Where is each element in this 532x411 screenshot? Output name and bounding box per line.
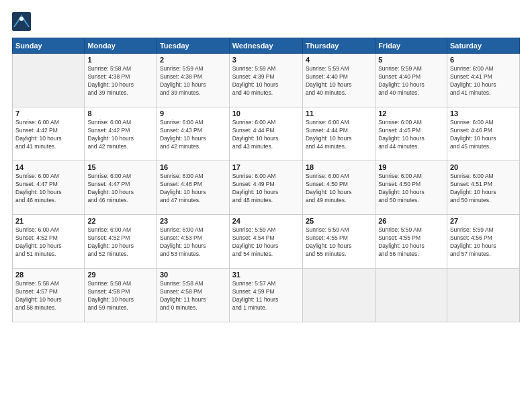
day-number: 15 (87, 163, 154, 171)
day-number: 18 (306, 163, 372, 171)
day-number: 6 (450, 56, 517, 64)
day-info: Sunrise: 6:00 AM Sunset: 4:47 PM Dayligh… (15, 173, 81, 205)
logo (12, 12, 34, 31)
day-number: 14 (15, 163, 81, 171)
header (12, 12, 520, 31)
calendar-cell: 10Sunrise: 6:00 AM Sunset: 4:44 PM Dayli… (229, 107, 302, 161)
day-number: 11 (306, 109, 372, 118)
day-info: Sunrise: 6:00 AM Sunset: 4:52 PM Dayligh… (15, 226, 81, 259)
day-number: 23 (160, 217, 226, 225)
day-info: Sunrise: 6:00 AM Sunset: 4:46 PM Dayligh… (450, 119, 517, 151)
calendar-cell: 3Sunrise: 5:59 AM Sunset: 4:39 PM Daylig… (229, 54, 302, 107)
weekday-row: SundayMondayTuesdayWednesdayThursdayFrid… (13, 38, 520, 54)
calendar-cell: 5Sunrise: 5:59 AM Sunset: 4:40 PM Daylig… (375, 54, 447, 107)
day-info: Sunrise: 5:59 AM Sunset: 4:55 PM Dayligh… (378, 226, 444, 259)
weekday-header-thursday: Thursday (302, 38, 375, 54)
day-number: 20 (450, 163, 517, 171)
calendar-cell: 27Sunrise: 5:59 AM Sunset: 4:56 PM Dayli… (447, 215, 519, 269)
calendar-cell (447, 269, 519, 322)
calendar-cell: 20Sunrise: 6:00 AM Sunset: 4:51 PM Dayli… (447, 161, 519, 215)
day-info: Sunrise: 6:00 AM Sunset: 4:43 PM Dayligh… (160, 119, 226, 151)
day-info: Sunrise: 5:57 AM Sunset: 4:59 PM Dayligh… (232, 280, 300, 312)
calendar-cell: 11Sunrise: 6:00 AM Sunset: 4:44 PM Dayli… (302, 107, 375, 161)
calendar-cell: 24Sunrise: 5:59 AM Sunset: 4:54 PM Dayli… (229, 215, 302, 269)
calendar-cell: 19Sunrise: 6:00 AM Sunset: 4:50 PM Dayli… (375, 161, 447, 215)
day-number: 7 (15, 109, 81, 118)
day-number: 12 (378, 109, 444, 118)
day-number: 2 (160, 56, 226, 64)
day-number: 13 (450, 109, 517, 118)
calendar-week-1: 1Sunrise: 5:58 AM Sunset: 4:38 PM Daylig… (13, 54, 520, 107)
weekday-header-tuesday: Tuesday (157, 38, 229, 54)
day-number: 10 (232, 109, 300, 118)
calendar-cell: 9Sunrise: 6:00 AM Sunset: 4:43 PM Daylig… (157, 107, 229, 161)
day-info: Sunrise: 6:00 AM Sunset: 4:51 PM Dayligh… (450, 173, 517, 205)
day-info: Sunrise: 5:59 AM Sunset: 4:56 PM Dayligh… (450, 226, 517, 259)
calendar-week-3: 14Sunrise: 6:00 AM Sunset: 4:47 PM Dayli… (13, 161, 520, 215)
calendar-cell: 29Sunrise: 5:58 AM Sunset: 4:58 PM Dayli… (85, 269, 157, 322)
day-info: Sunrise: 6:00 AM Sunset: 4:42 PM Dayligh… (15, 119, 81, 151)
calendar-cell: 8Sunrise: 6:00 AM Sunset: 4:42 PM Daylig… (85, 107, 157, 161)
day-number: 29 (87, 271, 154, 279)
day-number: 28 (15, 271, 81, 279)
calendar-cell: 23Sunrise: 6:00 AM Sunset: 4:53 PM Dayli… (157, 215, 229, 269)
day-info: Sunrise: 6:00 AM Sunset: 4:45 PM Dayligh… (378, 119, 444, 151)
day-number: 24 (232, 217, 300, 225)
calendar-cell: 4Sunrise: 5:59 AM Sunset: 4:40 PM Daylig… (302, 54, 375, 107)
calendar-week-5: 28Sunrise: 5:58 AM Sunset: 4:57 PM Dayli… (13, 269, 520, 322)
calendar-cell: 14Sunrise: 6:00 AM Sunset: 4:47 PM Dayli… (13, 161, 85, 215)
day-number: 31 (232, 271, 300, 279)
calendar-table: SundayMondayTuesdayWednesdayThursdayFrid… (12, 38, 520, 322)
weekday-header-friday: Friday (375, 38, 447, 54)
calendar-cell: 7Sunrise: 6:00 AM Sunset: 4:42 PM Daylig… (13, 107, 85, 161)
day-number: 4 (306, 56, 372, 64)
day-info: Sunrise: 6:00 AM Sunset: 4:49 PM Dayligh… (232, 173, 300, 205)
day-info: Sunrise: 6:00 AM Sunset: 4:44 PM Dayligh… (306, 119, 372, 151)
calendar-cell (375, 269, 447, 322)
weekday-header-monday: Monday (85, 38, 157, 54)
calendar-cell: 16Sunrise: 6:00 AM Sunset: 4:48 PM Dayli… (157, 161, 229, 215)
day-info: Sunrise: 5:58 AM Sunset: 4:57 PM Dayligh… (15, 280, 81, 312)
calendar-cell: 13Sunrise: 6:00 AM Sunset: 4:46 PM Dayli… (447, 107, 519, 161)
calendar-cell: 18Sunrise: 6:00 AM Sunset: 4:50 PM Dayli… (302, 161, 375, 215)
day-number: 26 (378, 217, 444, 225)
day-number: 30 (160, 271, 226, 279)
day-info: Sunrise: 5:59 AM Sunset: 4:54 PM Dayligh… (232, 226, 300, 259)
calendar-cell: 26Sunrise: 5:59 AM Sunset: 4:55 PM Dayli… (375, 215, 447, 269)
calendar-week-2: 7Sunrise: 6:00 AM Sunset: 4:42 PM Daylig… (13, 107, 520, 161)
calendar-cell: 1Sunrise: 5:58 AM Sunset: 4:38 PM Daylig… (85, 54, 157, 107)
calendar-cell: 21Sunrise: 6:00 AM Sunset: 4:52 PM Dayli… (13, 215, 85, 269)
day-number: 1 (87, 56, 154, 64)
calendar-cell: 22Sunrise: 6:00 AM Sunset: 4:52 PM Dayli… (85, 215, 157, 269)
weekday-header-wednesday: Wednesday (229, 38, 302, 54)
day-info: Sunrise: 5:59 AM Sunset: 4:40 PM Dayligh… (378, 65, 444, 97)
day-info: Sunrise: 5:58 AM Sunset: 4:58 PM Dayligh… (87, 280, 154, 312)
day-number: 27 (450, 217, 517, 225)
calendar-cell: 2Sunrise: 5:59 AM Sunset: 4:38 PM Daylig… (157, 54, 229, 107)
day-info: Sunrise: 6:00 AM Sunset: 4:52 PM Dayligh… (87, 226, 154, 259)
calendar-header: SundayMondayTuesdayWednesdayThursdayFrid… (13, 38, 520, 54)
day-info: Sunrise: 6:00 AM Sunset: 4:47 PM Dayligh… (87, 173, 154, 205)
day-info: Sunrise: 5:59 AM Sunset: 4:40 PM Dayligh… (306, 65, 372, 97)
weekday-header-sunday: Sunday (13, 38, 85, 54)
day-number: 19 (378, 163, 444, 171)
day-number: 25 (306, 217, 372, 225)
day-info: Sunrise: 6:00 AM Sunset: 4:41 PM Dayligh… (450, 65, 517, 97)
svg-point-3 (19, 17, 24, 21)
calendar-cell: 25Sunrise: 5:59 AM Sunset: 4:55 PM Dayli… (302, 215, 375, 269)
calendar-cell (302, 269, 375, 322)
day-info: Sunrise: 6:00 AM Sunset: 4:48 PM Dayligh… (160, 173, 226, 205)
calendar-week-4: 21Sunrise: 6:00 AM Sunset: 4:52 PM Dayli… (13, 215, 520, 269)
day-number: 17 (232, 163, 300, 171)
calendar-cell: 17Sunrise: 6:00 AM Sunset: 4:49 PM Dayli… (229, 161, 302, 215)
weekday-header-saturday: Saturday (447, 38, 519, 54)
logo-icon (12, 12, 31, 31)
calendar-cell (13, 54, 85, 107)
day-number: 9 (160, 109, 226, 118)
day-info: Sunrise: 6:00 AM Sunset: 4:50 PM Dayligh… (378, 173, 444, 205)
calendar-body: 1Sunrise: 5:58 AM Sunset: 4:38 PM Daylig… (13, 54, 520, 322)
day-info: Sunrise: 5:59 AM Sunset: 4:55 PM Dayligh… (306, 226, 372, 259)
day-info: Sunrise: 6:00 AM Sunset: 4:42 PM Dayligh… (87, 119, 154, 151)
day-info: Sunrise: 6:00 AM Sunset: 4:50 PM Dayligh… (306, 173, 372, 205)
calendar-cell: 28Sunrise: 5:58 AM Sunset: 4:57 PM Dayli… (13, 269, 85, 322)
